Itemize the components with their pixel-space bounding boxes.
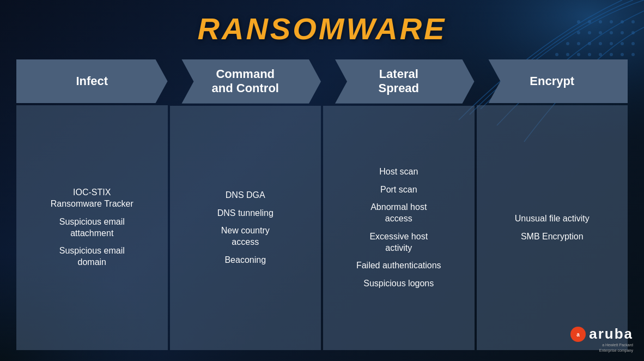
arrow-header-command-control: Command and Control [170,59,321,104]
aruba-logo: a aruba a Hewlett Packard Enterprise com… [570,326,633,353]
arrow-col-encrypt: EncryptUnusual file activitySMB Encrypti… [477,59,628,350]
arrow-body-item-encrypt-0: Unusual file activity [515,212,590,226]
svg-text:a: a [576,332,580,338]
arrow-body-command-control: DNS DGADNS tunnelingNew country accessBe… [170,106,321,350]
arrow-body-item-command-control-1: DNS tunneling [217,207,274,220]
aruba-subtext: a Hewlett Packard Enterprise company [599,342,633,353]
logo-area: a aruba a Hewlett Packard Enterprise com… [570,326,633,353]
arrow-header-text-infect: Infect [76,74,108,88]
aruba-circle-icon: a [570,327,586,342]
arrow-header-lateral-spread: Lateral Spread [323,59,475,104]
arrow-body-item-encrypt-1: SMB Encryption [521,230,584,244]
arrow-body-item-lateral-spread-3: Excessive host activity [369,230,428,255]
page-title: RANSOMWARE [198,11,447,46]
arrow-body-item-command-control-2: New country access [221,224,270,249]
arrow-col-lateral-spread: Lateral SpreadHost scanPort scanAbnormal… [323,59,475,350]
arrow-body-item-infect-2: Suspicious email domain [59,244,125,269]
arrow-header-text-encrypt: Encrypt [530,74,574,88]
arrow-header-text-lateral-spread: Lateral Spread [378,67,419,96]
arrow-body-item-lateral-spread-2: Abnormal host access [370,201,427,226]
arrow-body-item-infect-1: Suspicious email attachment [59,215,125,240]
arrow-body-infect: IOC-STIX Ransomware TrackerSuspicious em… [16,105,168,350]
arrow-body-item-command-control-3: Beaconing [224,254,266,267]
arrow-header-infect: Infect [16,59,168,103]
arrow-col-command-control: Command and ControlDNS DGADNS tunnelingN… [170,59,321,350]
arrow-header-text-command-control: Command and Control [212,67,279,96]
arrow-body-lateral-spread: Host scanPort scanAbnormal host accessEx… [323,106,475,350]
arrow-body-encrypt: Unusual file activitySMB Encryption [477,105,628,350]
main-content: RANSOMWARE InfectIOC-STIX Ransomware Tra… [0,0,644,361]
arrow-col-infect: InfectIOC-STIX Ransomware TrackerSuspici… [16,59,168,350]
flow-container: InfectIOC-STIX Ransomware TrackerSuspici… [16,59,628,350]
arrow-body-item-lateral-spread-4: Failed authentications [356,259,441,273]
aruba-wordmark: aruba [589,326,633,342]
arrow-header-encrypt: Encrypt [477,59,628,103]
arrow-body-item-command-control-0: DNS DGA [226,189,265,202]
arrow-body-item-lateral-spread-1: Port scan [380,183,417,197]
arrow-body-item-lateral-spread-0: Host scan [379,165,418,179]
aruba-icon: a aruba [570,326,633,342]
arrow-body-item-infect-0: IOC-STIX Ransomware Tracker [51,186,133,211]
arrow-body-item-lateral-spread-5: Suspicious logons [363,277,434,291]
